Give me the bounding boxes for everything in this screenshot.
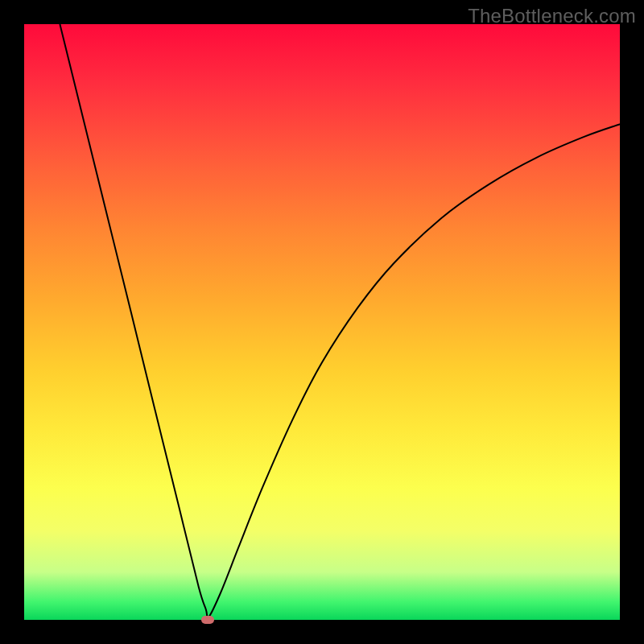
curve-svg xyxy=(24,24,620,620)
watermark-text: TheBottleneck.com xyxy=(468,5,636,27)
bottleneck-curve-path xyxy=(60,24,620,617)
chart-frame: TheBottleneck.com xyxy=(0,0,644,644)
min-marker xyxy=(201,616,214,624)
plot-area xyxy=(24,24,620,620)
